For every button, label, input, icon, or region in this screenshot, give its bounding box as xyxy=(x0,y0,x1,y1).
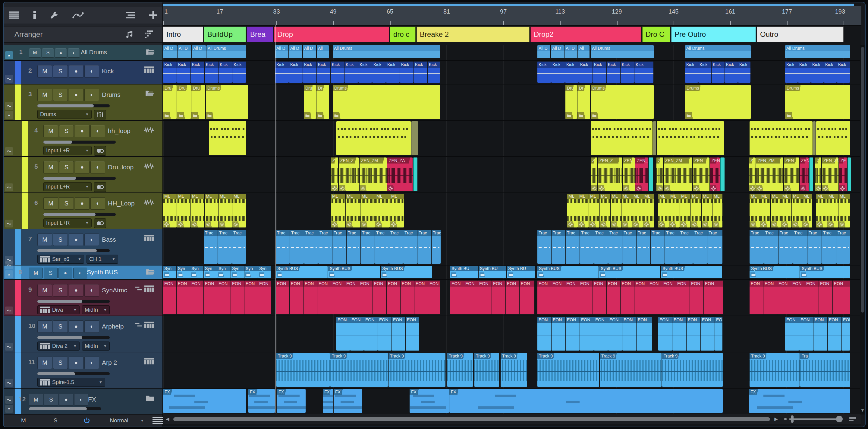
clip-track-9[interactable]: Track 9 xyxy=(600,353,661,387)
clip-eon[interactable]: EON xyxy=(764,281,777,314)
clip-trac[interactable]: Trac xyxy=(304,230,318,264)
clip-syn[interactable]: Syn xyxy=(231,266,244,278)
clip-trac[interactable]: Trac xyxy=(552,230,565,264)
solo-button[interactable]: S xyxy=(53,65,68,78)
clip-ml[interactable]: ML xyxy=(669,194,680,227)
clip-eon[interactable]: EON xyxy=(608,317,622,350)
clip-all-drums[interactable]: All Drums xyxy=(207,45,246,59)
clip-zen-zm[interactable]: ZEN_ZM xyxy=(756,158,783,191)
track-header-fx[interactable]: ▼12MS●◐FX xyxy=(4,389,162,414)
clip-eon[interactable]: EON xyxy=(387,281,400,314)
monitor-button[interactable]: ◐ xyxy=(84,284,99,296)
stereo-chip[interactable] xyxy=(94,146,106,156)
clip-ml[interactable]: ML xyxy=(781,194,792,227)
clip-kick[interactable]: Kick xyxy=(289,61,303,83)
mute-button[interactable]: M xyxy=(29,394,43,405)
arranger-section-drop2[interactable]: Drop2 xyxy=(530,27,641,42)
clip-ze[interactable]: ZE xyxy=(839,158,847,191)
clip-track-9[interactable]: Track 9 xyxy=(749,353,800,387)
clip-track-9[interactable]: Track 9 xyxy=(537,353,599,387)
automation-icon[interactable] xyxy=(5,183,13,191)
clip-dash[interactable] xyxy=(209,121,246,155)
clip-trac[interactable]: Trac xyxy=(764,230,778,264)
clip-fx[interactable]: FX xyxy=(277,389,306,413)
master-mute-button[interactable]: M xyxy=(21,417,26,424)
clip-ml[interactable]: ML xyxy=(361,194,375,227)
clip-kick[interactable]: Kick xyxy=(218,61,232,83)
mute-button[interactable]: M xyxy=(37,89,52,101)
monitor-button[interactable]: ◐ xyxy=(84,320,99,333)
clip-eon[interactable]: EON xyxy=(406,317,419,350)
clip-kick[interactable]: Kick xyxy=(607,61,620,83)
clip-kick[interactable]: Kick xyxy=(565,61,579,83)
clip-eon[interactable]: EON xyxy=(378,317,392,350)
clip-z[interactable]: Z xyxy=(749,158,755,191)
clip-tra[interactable]: Tra xyxy=(800,353,850,387)
clip-trac[interactable]: Trac xyxy=(665,230,679,264)
mute-button[interactable]: M xyxy=(29,267,43,279)
clip-eon[interactable]: EON xyxy=(777,281,791,314)
track-list-button[interactable] xyxy=(126,12,135,19)
clip-dru[interactable]: Dru xyxy=(177,85,191,119)
clip-syn[interactable]: Syn xyxy=(163,266,176,278)
clip-synth-bus[interactable]: Synth BUS xyxy=(381,266,432,278)
clip-dash[interactable] xyxy=(653,121,656,155)
clip-eon[interactable]: EON xyxy=(537,317,551,350)
clip-all-d[interactable]: All D xyxy=(192,45,206,59)
clip-trac[interactable]: Trac xyxy=(232,230,246,264)
track-header-drums[interactable]: ▲3MS●◐DrumsDrums▼ xyxy=(4,84,162,121)
monitor-button[interactable]: ◐ xyxy=(84,356,99,369)
clip-eon[interactable]: EON xyxy=(552,317,565,350)
clip-wave[interactable] xyxy=(847,158,851,191)
scroll-down-icon[interactable]: ▼ xyxy=(860,408,865,413)
clip-eon[interactable]: EON xyxy=(791,281,805,314)
clip-kick[interactable]: Kick xyxy=(725,61,738,83)
clip-eon[interactable]: EON xyxy=(392,317,405,350)
scroll-left-icon[interactable]: ◀ xyxy=(163,416,172,422)
clip-zen-zm[interactable]: ZEN_ZM xyxy=(360,158,387,191)
clip-zen[interactable]: ZEN xyxy=(623,158,635,191)
clip-kick[interactable]: Kick xyxy=(537,61,551,83)
clip-ml[interactable]: ML xyxy=(177,194,190,227)
clip-eon[interactable]: EON xyxy=(715,317,722,350)
clip-fx[interactable]: FX xyxy=(334,389,362,413)
solo-button[interactable]: S xyxy=(44,267,58,279)
dropdown-diva[interactable]: Diva▼ xyxy=(37,305,80,314)
clip-track-9[interactable]: Track 9 xyxy=(447,353,473,387)
clip-ml[interactable]: ML xyxy=(218,194,232,227)
clip-ml[interactable]: ML xyxy=(792,194,802,227)
dropdown-input-l-r[interactable]: Input L+R▼ xyxy=(43,219,92,227)
clip-ml[interactable]: ML xyxy=(658,194,669,227)
clip-eon[interactable]: EON xyxy=(520,281,534,314)
clip-kick[interactable]: Kick xyxy=(386,61,400,83)
track-header-arp-2[interactable]: 11MS●◐Arp 2Spire-1.5▼ xyxy=(4,352,162,389)
clip-all-drums[interactable]: All Drums xyxy=(591,45,654,59)
clip-z[interactable]: Z xyxy=(656,158,663,191)
clip-z[interactable]: Z xyxy=(815,158,821,191)
track-header-kick[interactable]: 2MS●◐Kick xyxy=(4,61,162,84)
zoom-out-dot[interactable] xyxy=(784,418,786,420)
clip-all-drums[interactable]: All Drums xyxy=(685,45,751,59)
clip-eon[interactable]: EON xyxy=(537,281,551,314)
clip-synth-bus[interactable]: Synth BUS xyxy=(661,266,722,278)
clip-eon[interactable]: EON xyxy=(359,281,373,314)
clip-zen-z[interactable]: ZEN_Z xyxy=(339,158,359,191)
volume-slider[interactable] xyxy=(37,336,110,339)
clip-trac[interactable]: Trac xyxy=(608,230,622,264)
clip-all-d[interactable]: All D xyxy=(564,45,578,59)
automation-icon[interactable] xyxy=(5,147,13,155)
clip-trac[interactable]: Trac xyxy=(679,230,693,264)
clip-zen-za[interactable]: ZEN_ZA xyxy=(710,158,720,191)
clip-wave[interactable] xyxy=(649,158,653,191)
add-button[interactable] xyxy=(149,11,157,19)
clip-eon[interactable]: EON xyxy=(244,281,258,314)
expand-down-icon[interactable]: ▼ xyxy=(5,405,13,413)
clip-eon[interactable]: EON xyxy=(799,317,813,350)
clip-trac[interactable]: Trac xyxy=(204,230,218,264)
clip-syn[interactable]: Syn xyxy=(258,266,271,278)
clip-zen[interactable]: ZEN xyxy=(784,158,799,191)
clip-trac[interactable]: Trac xyxy=(566,230,580,264)
wrench-button[interactable] xyxy=(50,11,59,19)
clip-trac[interactable]: Trac xyxy=(537,230,551,264)
clip-eon[interactable]: EON xyxy=(492,281,505,314)
